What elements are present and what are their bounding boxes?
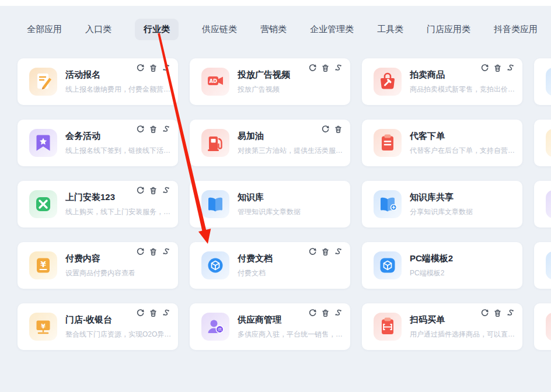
app-card-partial[interactable]: [534, 303, 551, 350]
app-icon-tile: [374, 251, 402, 279]
install-tools-icon: [29, 190, 57, 218]
svg-text:供: 供: [218, 327, 222, 332]
top-white-strip: [0, 0, 551, 6]
supplier-icon: 供: [201, 313, 229, 341]
link-icon[interactable]: [334, 247, 343, 256]
book-share-icon: [374, 190, 402, 218]
refresh-icon[interactable]: [308, 247, 317, 256]
app-icon-tile: 供: [201, 313, 229, 341]
scan-clipboard-icon: [374, 313, 402, 341]
app-card-desc: 线上报名缴纳费用，付费金额营销...: [65, 85, 172, 94]
tab-3-active[interactable]: 行业类: [135, 19, 179, 40]
app-card[interactable]: 供供应商管理多供应商入驻，平台统一销售，商...: [190, 303, 350, 350]
open-book-icon: [201, 190, 229, 218]
app-card[interactable]: AD投放广告视频投放广告视频: [190, 58, 350, 105]
link-icon[interactable]: [162, 186, 170, 195]
refresh-icon[interactable]: [136, 186, 145, 195]
app-card[interactable]: 会务活动线上报名线下签到，链接线下活动。: [18, 120, 178, 166]
app-card-desc: 投放广告视频: [238, 85, 290, 94]
app-icon-tile: [201, 251, 229, 279]
trash-icon[interactable]: [493, 309, 502, 317]
cube-circle-icon: [201, 251, 229, 279]
refresh-icon[interactable]: [308, 309, 317, 317]
app-card-partial[interactable]: [534, 120, 551, 166]
refresh-icon[interactable]: [136, 125, 145, 134]
app-card[interactable]: 活动报名线上报名缴纳费用，付费金额营销...: [18, 58, 178, 105]
cube-square-icon: [374, 251, 402, 279]
app-card-title: 知识库共享: [410, 192, 473, 203]
app-card[interactable]: 扫码买单用户通过插件选择商品，可以直接...: [362, 303, 522, 350]
tab-5[interactable]: 营销类: [260, 19, 287, 40]
link-icon[interactable]: [506, 64, 515, 72]
link-icon[interactable]: [334, 64, 343, 72]
svg-text:¥: ¥: [41, 323, 46, 330]
app-icon-tile: [546, 190, 551, 218]
app-card-desc: 管理知识库文章数据: [238, 207, 301, 217]
app-icon-tile: [546, 129, 551, 157]
trash-icon[interactable]: [321, 64, 330, 72]
tab-2[interactable]: 入口类: [85, 19, 111, 40]
refresh-icon[interactable]: [136, 309, 145, 317]
refresh-icon[interactable]: [480, 64, 489, 72]
cashier-icon: ¥: [29, 313, 57, 341]
app-icon-tile: [546, 313, 551, 341]
trash-icon[interactable]: [334, 125, 343, 134]
app-card-partial[interactable]: [534, 181, 551, 228]
trash-icon[interactable]: [321, 247, 330, 256]
trash-icon[interactable]: [493, 64, 502, 72]
tab-7[interactable]: 工具类: [377, 19, 403, 40]
tab-6[interactable]: 企业管理类: [310, 19, 354, 40]
card-action-bar: [308, 247, 343, 256]
app-card[interactable]: 拍卖商品商品拍卖模式新零售，竞拍出价得...: [362, 58, 522, 105]
fuel-pump-icon: [201, 129, 229, 157]
refresh-icon[interactable]: [480, 309, 489, 317]
ad-video-icon: AD: [201, 68, 229, 96]
app-card[interactable]: 易加油对接第三方油站，提供生活类服务。: [190, 120, 350, 166]
link-icon[interactable]: [334, 309, 343, 317]
refresh-icon[interactable]: [136, 247, 145, 256]
trash-icon[interactable]: [149, 186, 158, 195]
app-card-partial[interactable]: [534, 242, 551, 289]
app-card-title: 投放广告视频: [238, 69, 290, 80]
tab-4[interactable]: 供应链类: [202, 19, 237, 40]
refresh-icon[interactable]: [136, 64, 145, 72]
trash-icon[interactable]: [149, 309, 158, 317]
card-action-bar: [308, 309, 343, 317]
app-card-partial[interactable]: [534, 58, 551, 105]
tab-1[interactable]: 全部应用: [27, 19, 62, 40]
app-card[interactable]: 知识库管理知识库文章数据: [190, 181, 350, 228]
app-card[interactable]: 上门安装123线上购买，线下上门安装服务，核...: [18, 181, 178, 228]
paid-sign-icon: ¥: [29, 251, 57, 279]
trash-icon[interactable]: [149, 247, 158, 256]
link-icon[interactable]: [162, 125, 170, 134]
tab-8[interactable]: 门店应用类: [427, 19, 470, 40]
app-icon-tile: [374, 313, 402, 341]
app-card[interactable]: ¥门店-收银台整合线下门店资源，实现O2O异业...: [18, 303, 178, 350]
app-card-title: 付费文档: [238, 253, 273, 264]
tab-9[interactable]: 抖音类应用: [494, 19, 538, 40]
auction-bag-icon: [374, 68, 402, 96]
link-icon[interactable]: [162, 309, 170, 317]
app-card[interactable]: 代客下单代替客户在后台下单，支持自营，...: [362, 120, 522, 166]
link-icon[interactable]: [162, 247, 170, 256]
app-card[interactable]: PC端模板2PC端模板2: [362, 242, 522, 289]
card-action-bar: [136, 186, 170, 195]
app-card-desc: 代替客户在后台下单，支持自营，...: [410, 146, 517, 156]
app-card-title: 代客下单: [410, 131, 517, 142]
app-icon-tile: [374, 68, 402, 96]
refresh-icon[interactable]: [321, 125, 330, 134]
trash-icon[interactable]: [149, 64, 158, 72]
app-card[interactable]: ¥付费内容设置商品付费内容查看: [18, 242, 178, 289]
link-icon[interactable]: [506, 309, 515, 317]
app-card[interactable]: 知识库共享分享知识库文章数据: [362, 181, 522, 228]
app-card-desc: 对接第三方油站，提供生活类服务。: [238, 146, 344, 156]
order-clipboard-icon: [374, 129, 402, 157]
link-icon[interactable]: [162, 64, 170, 72]
trash-icon[interactable]: [149, 125, 158, 134]
app-card-desc: 整合线下门店资源，实现O2O异业...: [65, 330, 172, 340]
app-card[interactable]: 付费文档付费文档: [190, 242, 350, 289]
trash-icon[interactable]: [321, 309, 330, 317]
refresh-icon[interactable]: [308, 64, 317, 72]
app-card-desc: 线上报名线下签到，链接线下活动。: [65, 146, 172, 156]
app-card-desc: 分享知识库文章数据: [410, 207, 473, 217]
